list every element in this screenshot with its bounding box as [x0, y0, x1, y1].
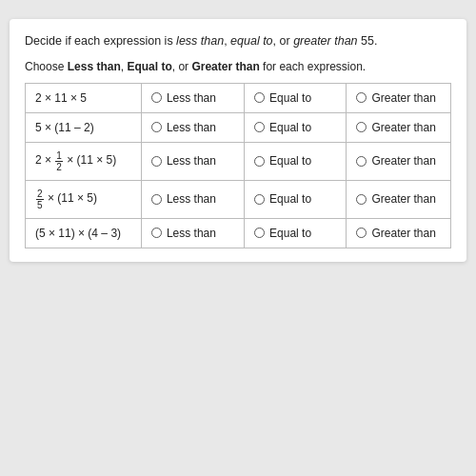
option-cell-less: Less than — [141, 83, 244, 112]
expression-text: 2 × 12 × (11 × 5) — [35, 153, 116, 167]
radio-equal[interactable] — [254, 228, 265, 238]
radio-greater[interactable] — [356, 122, 367, 132]
option-label: Greater than — [371, 91, 435, 105]
radio-greater[interactable] — [356, 228, 367, 238]
expression-text: 25 × (11 × 5) — [35, 191, 97, 205]
option-cell-equal: Equal to — [245, 142, 347, 180]
option-label: Less than — [167, 91, 216, 105]
main-instruction: Decide if each expression is less than, … — [25, 32, 451, 50]
option-cell-equal: Equal to — [245, 180, 347, 218]
radio-greater[interactable] — [356, 156, 367, 167]
expression-cell: 5 × (11 – 2) — [26, 112, 142, 142]
sub-instruction: Choose Less than, Equal to, or Greater t… — [25, 60, 451, 73]
table-row: (5 × 11) × (4 – 3) Less than Equal to — [26, 218, 451, 248]
option-cell-greater: Greater than — [347, 218, 451, 248]
radio-equal[interactable] — [254, 194, 265, 205]
option-cell-equal: Equal to — [245, 112, 347, 142]
radio-less[interactable] — [151, 156, 162, 167]
option-cell-equal: Equal to — [245, 218, 347, 248]
table-row: 2 × 11 × 5 Less than Equal to — [26, 83, 451, 112]
expression-cell: 25 × (11 × 5) — [26, 180, 142, 218]
option-cell-greater: Greater than — [347, 83, 451, 112]
option-cell-greater: Greater than — [347, 180, 451, 218]
expressions-table: 2 × 11 × 5 Less than Equal to — [25, 83, 451, 248]
option-label: Less than — [167, 192, 216, 206]
option-cell-greater: Greater than — [347, 142, 451, 180]
option-label: Less than — [167, 227, 216, 240]
option-cell-less: Less than — [141, 218, 244, 248]
radio-equal[interactable] — [254, 156, 265, 167]
table-row: 5 × (11 – 2) Less than Equal to — [26, 112, 451, 142]
radio-equal[interactable] — [254, 92, 265, 103]
option-label: Equal to — [269, 121, 311, 134]
option-label: Equal to — [269, 154, 311, 168]
option-label: Greater than — [371, 154, 435, 168]
option-label: Equal to — [269, 91, 311, 105]
table-row: 25 × (11 × 5) Less than Equal to — [26, 180, 451, 218]
option-cell-less: Less than — [141, 142, 244, 180]
radio-less[interactable] — [151, 194, 162, 205]
expression-cell: 2 × 12 × (11 × 5) — [26, 142, 142, 180]
option-cell-less: Less than — [141, 180, 244, 218]
radio-less[interactable] — [151, 122, 162, 132]
option-label: Equal to — [269, 192, 311, 206]
option-label: Equal to — [269, 227, 311, 240]
option-cell-greater: Greater than — [347, 112, 451, 142]
expression-text: 2 × 11 × 5 — [35, 91, 87, 105]
option-cell-equal: Equal to — [245, 83, 347, 112]
option-label: Less than — [167, 154, 216, 168]
radio-greater[interactable] — [356, 194, 367, 205]
main-page: Decide if each expression is less than, … — [10, 19, 466, 262]
radio-equal[interactable] — [254, 122, 265, 132]
radio-less[interactable] — [151, 228, 162, 238]
option-label: Greater than — [371, 227, 435, 240]
expression-text: 5 × (11 – 2) — [35, 121, 94, 134]
option-label: Greater than — [371, 121, 435, 134]
expression-text: (5 × 11) × (4 – 3) — [35, 227, 121, 240]
option-label: Less than — [167, 121, 216, 134]
table-row: 2 × 12 × (11 × 5) Less than Equal to — [26, 142, 451, 180]
expression-cell: 2 × 11 × 5 — [26, 83, 142, 112]
expression-cell: (5 × 11) × (4 – 3) — [26, 218, 142, 248]
radio-less[interactable] — [151, 92, 162, 103]
radio-greater[interactable] — [356, 92, 367, 103]
option-label: Greater than — [371, 192, 435, 206]
option-cell-less: Less than — [141, 112, 244, 142]
